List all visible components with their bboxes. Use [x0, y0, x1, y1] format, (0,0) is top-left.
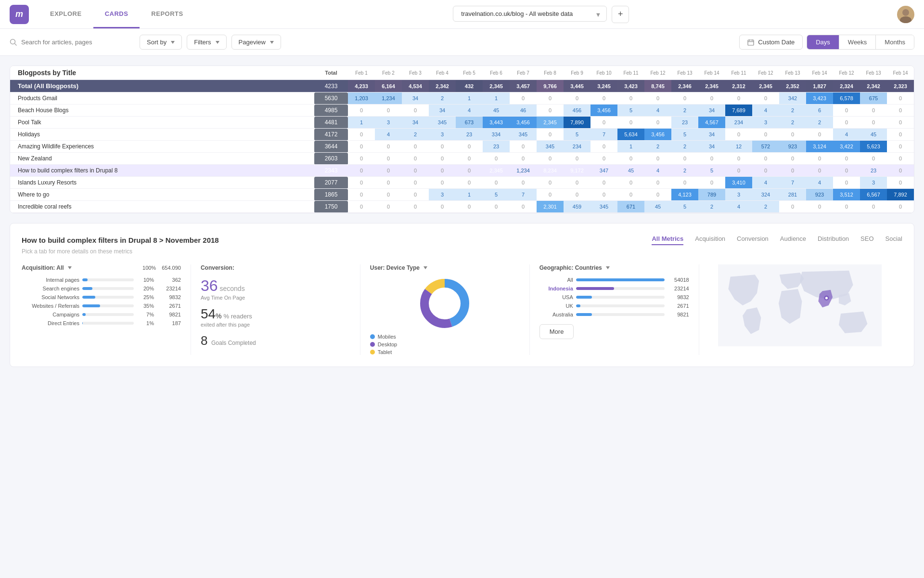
period-tab-days[interactable]: Days — [807, 35, 839, 49]
table-cell: 0 — [698, 92, 725, 105]
metric-tab[interactable]: Acquisition — [695, 235, 725, 245]
table-cell: 432 — [456, 80, 483, 92]
table-cell: 45 — [644, 201, 671, 213]
table-cell: 3,512 — [833, 189, 860, 201]
sort-by-button[interactable]: Sort by — [140, 35, 182, 50]
detail-subtitle: Pick a tab for more details on these met… — [22, 248, 902, 255]
row-total: 3644 — [314, 141, 348, 153]
nav-tab-cards[interactable]: CARDS — [93, 0, 140, 28]
row-total: 1865 — [314, 189, 348, 201]
table-cell: 4 — [833, 129, 860, 141]
table-row[interactable]: New Zealand2603000000000000000000000 — [10, 153, 914, 165]
table-cell: 1 — [456, 189, 483, 201]
table-cell: 4,233 — [348, 80, 375, 92]
table-row[interactable]: How to build complex filters in Drupal 8… — [10, 165, 914, 177]
table-cell: 0 — [833, 177, 860, 189]
goals-label: Goals Completed — [211, 340, 256, 346]
nav-tab-explore[interactable]: EXPLORE — [38, 0, 93, 28]
col-header-date: Feb 9 — [564, 66, 590, 80]
pageview-button[interactable]: Pageview — [231, 35, 281, 50]
readers-stat: 54%% readers exited after this page — [201, 306, 350, 328]
table-cell: 2 — [779, 117, 806, 129]
table-cell: 0 — [429, 201, 456, 213]
custom-date-button[interactable]: Custom Date — [739, 35, 803, 50]
add-button[interactable]: + — [612, 6, 629, 23]
metrics-grid: Acquisition: All 100% 654.090 Internal p… — [22, 264, 902, 355]
table-cell: 34 — [698, 105, 725, 117]
table-row[interactable]: Incredible coral reefs175000000002,30145… — [10, 201, 914, 213]
table-cell: 0 — [456, 141, 483, 153]
more-button[interactable]: More — [539, 324, 574, 339]
metric-tab[interactable]: SEO — [860, 235, 873, 245]
metric-tab[interactable]: Conversion — [737, 235, 769, 245]
col-header-date: Feb 3 — [402, 66, 429, 80]
table-cell: 0 — [887, 92, 914, 105]
table-cell: 2,345 — [483, 165, 510, 177]
filters-button[interactable]: Filters — [187, 35, 226, 50]
table-cell: 2,352 — [779, 80, 806, 92]
row-total: 2077 — [314, 177, 348, 189]
col-header-date: Feb 4 — [429, 66, 456, 80]
metric-tab[interactable]: Distribution — [818, 235, 849, 245]
table-cell: 0 — [644, 92, 671, 105]
period-tab-months[interactable]: Months — [876, 35, 914, 49]
table-cell: 3 — [725, 189, 752, 201]
nav-tab-reports[interactable]: REPORTS — [140, 0, 194, 28]
table-cell: 0 — [537, 92, 564, 105]
table-row[interactable]: Beach House Blogs4985000344454604563,456… — [10, 105, 914, 117]
table-cell: 7,689 — [725, 105, 752, 117]
detail-title: How to build complex filters in Drupal 8… — [22, 236, 219, 244]
geo-title: Geographic: Countries — [539, 264, 689, 271]
table-cell: 0 — [375, 177, 402, 189]
col-header-date: Feb 11 — [725, 66, 752, 80]
table-cell: 5,623 — [860, 141, 887, 153]
metric-tab[interactable]: All Metrics — [652, 235, 683, 245]
search-input[interactable] — [21, 39, 117, 46]
table-cell: 0 — [860, 105, 887, 117]
table-row[interactable]: Islands Luxury Resorts207700000000000000… — [10, 177, 914, 189]
table-row[interactable]: Amazing Wildlife Experiences364400000230… — [10, 141, 914, 153]
conversion-title: Conversion: — [201, 264, 350, 271]
table-cell: 7,892 — [887, 189, 914, 201]
table-cell: 0 — [725, 92, 752, 105]
table-cell: 0 — [375, 189, 402, 201]
table-cell: 1,234 — [510, 165, 537, 177]
acq-row: Internal pages 10% 362 — [22, 277, 181, 283]
table-row[interactable]: Total (All Blogposts)42334,2336,1644,534… — [10, 80, 914, 92]
table-cell: 0 — [375, 165, 402, 177]
heatmap-table-container: Blogposts by Title TotalFeb 1Feb 2Feb 3F… — [10, 66, 914, 213]
period-tab-weeks[interactable]: Weeks — [839, 35, 876, 49]
table-row[interactable]: Pool Talk448113343456733,4433,4562,3457,… — [10, 117, 914, 129]
table-row[interactable]: Where to go18650003157000004,12378933242… — [10, 189, 914, 201]
table-cell: 7,890 — [564, 117, 590, 129]
avatar[interactable] — [897, 6, 914, 23]
acquisition-title: Acquisition: All 100% 654.090 — [22, 264, 181, 271]
table-cell: 342 — [779, 92, 806, 105]
legend-dot-tablet — [370, 350, 375, 355]
table-cell: 5 — [564, 129, 590, 141]
acq-pct: 1% — [137, 320, 154, 326]
geo-section: Geographic: Countries All 54018 Indonesi… — [530, 264, 699, 355]
acq-label: Search engines — [22, 286, 79, 291]
row-title: Total (All Blogposts) — [10, 80, 314, 92]
metric-tab[interactable]: Audience — [780, 235, 806, 245]
col-header-date: Feb 8 — [537, 66, 564, 80]
geo-label: Indonesia — [539, 286, 573, 291]
table-cell: 23 — [456, 129, 483, 141]
table-cell: 0 — [456, 165, 483, 177]
table-cell: 0 — [887, 141, 914, 153]
table-cell: 7 — [510, 189, 537, 201]
metric-tab[interactable]: Social — [886, 235, 902, 245]
chevron-down-icon — [68, 266, 72, 269]
table-cell: 4 — [644, 165, 671, 177]
table-cell: 0 — [590, 153, 617, 165]
table-cell: 1,827 — [806, 80, 833, 92]
site-selector[interactable]: travelnation.co.uk/blog - All website da… — [453, 6, 607, 22]
col-header-date: Feb 13 — [671, 66, 698, 80]
table-row[interactable]: Products Gmail56301,2031,234342110000000… — [10, 92, 914, 105]
table-cell: 0 — [671, 153, 698, 165]
table-cell: 0 — [348, 141, 375, 153]
table-row[interactable]: Holidays41720423233343450575,6343,456534… — [10, 129, 914, 141]
table-cell: 0 — [348, 105, 375, 117]
table-cell: 0 — [590, 117, 617, 129]
